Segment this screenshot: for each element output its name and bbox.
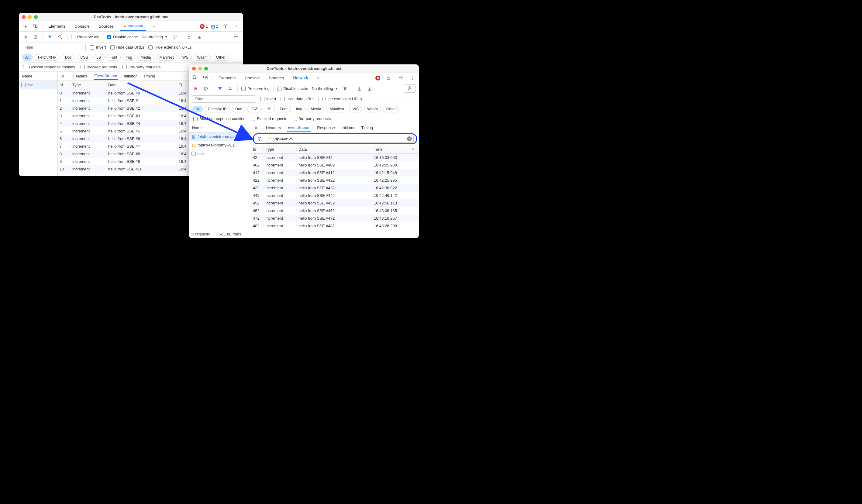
settings-gear-icon[interactable] [221, 22, 230, 30]
blocked-cookies-checkbox[interactable]: Blocked response cookies [23, 65, 75, 69]
network-settings-gear-icon[interactable] [405, 85, 414, 93]
error-badge[interactable]: ✕1 [200, 24, 208, 29]
type-all[interactable]: All [22, 54, 33, 61]
preserve-log-checkbox[interactable]: Preserve log [241, 86, 270, 91]
detail-tab-headers[interactable]: Headers [265, 124, 282, 131]
wifi-icon[interactable] [342, 85, 348, 92]
col-time[interactable]: Time [177, 83, 189, 87]
type-media[interactable]: Media [307, 106, 324, 112]
table-row[interactable]: 402incrementhello from SSE #40216:42:05.… [251, 161, 419, 169]
tab-console[interactable]: Console [71, 22, 93, 30]
record-button[interactable] [22, 34, 29, 40]
throttling-dropdown[interactable]: No throttling▼ [142, 35, 168, 39]
type-manifest[interactable]: Manifest [156, 54, 177, 61]
export-har-icon[interactable] [196, 34, 203, 40]
name-column-header[interactable]: Name [19, 72, 57, 81]
detail-tab-eventstream[interactable]: EventStream [94, 72, 118, 80]
type-wasm[interactable]: Wasm [364, 106, 381, 112]
tab-sources[interactable]: Sources [96, 22, 117, 30]
export-har-icon[interactable] [366, 85, 373, 92]
minimize-window-button[interactable] [198, 67, 202, 70]
col-data[interactable]: Data [106, 83, 177, 87]
table-row[interactable]: 42incrementhello from SSE #4216:36:03.65… [251, 154, 419, 161]
type-fetchxhr[interactable]: Fetch/XHR [35, 54, 60, 61]
minimize-window-button[interactable] [28, 15, 31, 19]
table-row[interactable]: 432incrementhello from SSE #43216:42:36.… [251, 184, 419, 192]
clear-filter-icon[interactable]: ✕ [407, 136, 412, 141]
col-time[interactable]: Time [372, 147, 416, 151]
preserve-log-checkbox[interactable]: Preserve log [71, 35, 100, 39]
close-icon[interactable]: ✕ [61, 74, 67, 79]
record-button[interactable] [192, 85, 199, 92]
clear-button[interactable] [32, 34, 39, 40]
clear-eventstream-icon[interactable] [256, 135, 263, 142]
table-row[interactable]: 422incrementhello from SSE #42216:42:25.… [251, 176, 419, 184]
hide-data-urls-checkbox[interactable]: Hide data URLs [110, 45, 144, 50]
disable-cache-checkbox[interactable]: Disable cache [277, 86, 308, 91]
element-picker-icon[interactable] [192, 74, 199, 82]
table-row[interactable]: 482incrementhello from SSE #48216:43:26.… [251, 222, 419, 230]
filter-toggle-icon[interactable] [47, 34, 53, 40]
disable-cache-checkbox[interactable]: Disable cache [107, 35, 138, 39]
tab-network[interactable]: Network [290, 74, 311, 82]
detail-tab-response[interactable]: Response [316, 124, 336, 131]
more-menu-icon[interactable]: ⋮ [408, 75, 416, 82]
type-wasm[interactable]: Wasm [194, 54, 211, 61]
request-row[interactable]: fetch-eventstream.gli… [189, 132, 251, 141]
type-img[interactable]: Img [293, 106, 306, 112]
device-toolbar-icon[interactable] [31, 22, 39, 30]
import-har-icon[interactable] [186, 34, 192, 40]
type-css[interactable]: CSS [247, 106, 262, 112]
request-row[interactable]: sse [189, 149, 251, 158]
tabs-overflow-icon[interactable]: » [314, 74, 323, 82]
third-party-checkbox[interactable]: 3rd-party requests [293, 116, 331, 121]
type-font[interactable]: Font [277, 106, 291, 112]
table-row[interactable]: 412incrementhello from SSE #41216:42:15.… [251, 169, 419, 176]
hide-data-urls-checkbox[interactable]: Hide data URLs [280, 97, 315, 101]
type-doc[interactable]: Doc [62, 54, 75, 61]
invert-checkbox[interactable]: Invert [260, 97, 276, 101]
tab-elements[interactable]: Elements [45, 22, 68, 30]
close-window-button[interactable] [22, 15, 26, 19]
type-js[interactable]: JS [263, 106, 275, 112]
type-img[interactable]: Img [122, 54, 135, 61]
hide-extension-urls-checkbox[interactable]: Hide extension URLs [318, 97, 362, 101]
type-ws[interactable]: WS [349, 106, 362, 112]
detail-tab-timing[interactable]: Timing [361, 124, 374, 131]
table-row[interactable]: 452incrementhello from SSE #45216:42:56.… [251, 199, 419, 207]
error-badge[interactable]: ✕2 [375, 76, 383, 80]
detail-tab-timing[interactable]: Timing [143, 72, 156, 80]
type-ws[interactable]: WS [179, 54, 192, 61]
request-row[interactable]: sse [19, 81, 57, 89]
col-type[interactable]: Type [70, 83, 106, 87]
filter-input[interactable] [192, 95, 256, 103]
detail-tab-eventstream[interactable]: EventStream [287, 124, 311, 132]
tabs-overflow-icon[interactable]: » [149, 22, 158, 30]
table-row[interactable]: 462incrementhello from SSE #46216:43:06.… [251, 207, 419, 214]
detail-tab-initiator[interactable]: Initiator [341, 124, 355, 131]
col-type[interactable]: Type [264, 147, 297, 151]
network-settings-gear-icon[interactable] [232, 33, 240, 41]
detail-tab-initiator[interactable]: Initiator [123, 72, 138, 80]
filter-input[interactable] [22, 44, 86, 51]
tab-console[interactable]: Console [241, 74, 263, 82]
type-doc[interactable]: Doc [232, 106, 245, 112]
type-manifest[interactable]: Manifest [326, 106, 347, 112]
settings-gear-icon[interactable] [397, 74, 405, 82]
type-other[interactable]: Other [213, 54, 229, 61]
table-row[interactable]: 472incrementhello from SSE #47216:43:16.… [251, 214, 419, 222]
col-id[interactable]: Id [251, 147, 264, 151]
blocked-cookies-checkbox[interactable]: Blocked response cookies [193, 116, 245, 121]
close-icon[interactable]: ✕ [254, 125, 260, 131]
blocked-requests-checkbox[interactable]: Blocked requests [80, 65, 117, 69]
search-icon[interactable] [227, 85, 234, 92]
more-menu-icon[interactable]: ⋮ [233, 23, 241, 30]
type-css[interactable]: CSS [77, 54, 91, 61]
tab-elements[interactable]: Elements [216, 74, 239, 82]
search-icon[interactable] [57, 34, 64, 40]
request-row[interactable]: topics-taxonomy-v1.j… [189, 141, 251, 149]
name-column-header[interactable]: Name [189, 123, 251, 132]
import-har-icon[interactable] [356, 85, 363, 92]
warning-badge[interactable]: ▤1 [211, 24, 218, 29]
clear-button[interactable] [203, 85, 209, 92]
